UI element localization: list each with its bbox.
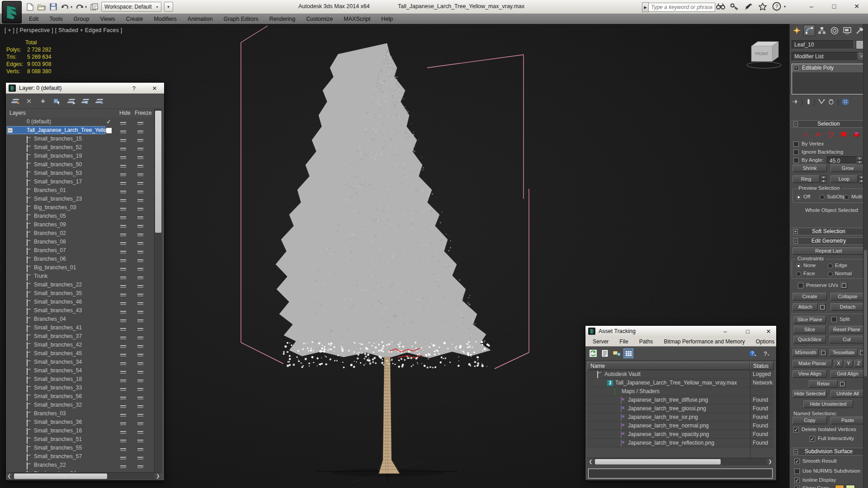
freeze-toggle[interactable] bbox=[137, 412, 143, 418]
asset-close-button[interactable]: ✕ bbox=[764, 327, 774, 335]
close-button[interactable]: ✕ bbox=[849, 1, 864, 12]
configure-modifier-sets-icon[interactable] bbox=[842, 99, 849, 106]
asset-name[interactable]: Tall_Japanese_Larch_Tree_Yellow_max_vray… bbox=[615, 380, 737, 386]
layer-row[interactable]: − Small_branches_52 bbox=[6, 143, 154, 152]
layer-name[interactable]: Tall_Japanese_Larch_Tree_Yellow bbox=[27, 127, 110, 133]
communication-center-icon[interactable] bbox=[744, 1, 754, 11]
layer-row[interactable]: − Branches_06 bbox=[6, 255, 154, 263]
make-planar-button[interactable]: Make Planar bbox=[793, 360, 832, 367]
layer-name[interactable]: Small_branches_19 bbox=[34, 153, 82, 159]
layer-dialog-titlebar[interactable]: Layer: 0 (default) ? ✕ bbox=[6, 83, 164, 94]
menu-item[interactable]: Create bbox=[121, 16, 149, 22]
select-objects-in-layer-icon[interactable] bbox=[52, 97, 61, 105]
freeze-toggle[interactable] bbox=[137, 275, 143, 281]
layer-name[interactable]: Trunk bbox=[34, 273, 47, 279]
freeze-toggle[interactable] bbox=[137, 146, 143, 152]
menu-item[interactable]: Views bbox=[94, 16, 120, 22]
hide-toggle[interactable] bbox=[120, 335, 126, 341]
split-checkbox[interactable] bbox=[831, 317, 837, 322]
layer-row[interactable]: − Small_branches_43 bbox=[6, 306, 154, 315]
slice-plane-button[interactable]: Slice Plane bbox=[793, 316, 826, 324]
hide-toggle[interactable] bbox=[120, 172, 126, 178]
hide-toggle[interactable] bbox=[120, 352, 126, 358]
delete-layer-icon[interactable]: ✕ bbox=[24, 97, 33, 105]
layer-vertical-scrollbar[interactable] bbox=[154, 109, 162, 472]
current-layer-mark[interactable] bbox=[106, 419, 113, 425]
freeze-toggle[interactable] bbox=[137, 352, 143, 358]
current-layer-mark[interactable] bbox=[106, 256, 113, 262]
freeze-toggle[interactable] bbox=[137, 464, 143, 470]
collapse-button[interactable]: Collapse bbox=[830, 293, 865, 300]
layer-name[interactable]: Small_branches_22 bbox=[34, 282, 82, 288]
asset-column-name[interactable]: Name bbox=[587, 362, 750, 370]
layer-row[interactable]: − Small_branches_55 bbox=[6, 444, 154, 452]
constraint-normal-radio[interactable] bbox=[828, 272, 833, 277]
hide-toggle[interactable] bbox=[120, 369, 126, 375]
layer-hscroll-thumb[interactable] bbox=[14, 474, 107, 479]
hide-toggle[interactable] bbox=[120, 361, 126, 367]
asset-hscroll-thumb[interactable] bbox=[595, 459, 721, 465]
hide-toggle[interactable] bbox=[120, 275, 126, 281]
attach-button[interactable]: Attach bbox=[793, 303, 818, 311]
cut-button[interactable]: Cut bbox=[830, 336, 864, 343]
rollout-selection[interactable]: − Selection bbox=[791, 120, 867, 128]
unhide-all-button[interactable]: Unhide All bbox=[830, 390, 865, 398]
asset-menu-item[interactable]: Paths bbox=[635, 338, 658, 345]
favorites-star-icon[interactable] bbox=[758, 1, 768, 11]
layer-row[interactable]: − Small_branches_23 bbox=[6, 195, 154, 203]
asset-row[interactable]: Autodesk Vault Logged bbox=[587, 370, 774, 379]
grow-button[interactable]: Grow bbox=[830, 164, 865, 172]
key-icon[interactable] bbox=[730, 1, 740, 11]
show-end-result-icon[interactable] bbox=[807, 99, 811, 106]
hide-toggle[interactable] bbox=[120, 240, 126, 247]
layer-row[interactable]: − Small_branches_56 bbox=[6, 392, 154, 401]
freeze-toggle[interactable] bbox=[137, 335, 143, 341]
layer-row[interactable]: − Branches_09 bbox=[6, 221, 154, 229]
tab-display[interactable] bbox=[841, 25, 853, 36]
asset-row[interactable]: Japanese_larch_tree_ior.png Found bbox=[587, 413, 774, 422]
create-button[interactable]: Create bbox=[793, 293, 827, 300]
tab-motion[interactable] bbox=[829, 25, 840, 36]
create-new-layer-icon[interactable]: ● bbox=[10, 97, 19, 105]
current-layer-mark[interactable] bbox=[106, 136, 113, 142]
layer-row[interactable]: − Branches_05 bbox=[6, 212, 154, 221]
current-layer-mark[interactable] bbox=[106, 410, 113, 417]
loop-button[interactable]: Loop bbox=[830, 175, 858, 183]
layer-name[interactable]: Small_branches_52 bbox=[34, 144, 82, 150]
asset-name[interactable]: Japanese_larch_tree_reflection.png bbox=[628, 440, 714, 446]
layer-row[interactable]: − Big_branches_01 bbox=[6, 263, 154, 272]
layer-name[interactable]: Branches_05 bbox=[34, 213, 66, 219]
panel-scroll-thumb[interactable] bbox=[864, 250, 867, 376]
cage-selected-color-swatch[interactable] bbox=[846, 485, 855, 488]
hide-toggle[interactable] bbox=[120, 438, 126, 444]
hide-toggle[interactable] bbox=[120, 129, 126, 135]
current-layer-mark[interactable] bbox=[106, 247, 113, 253]
layer-name[interactable]: Small_branches_16 bbox=[34, 427, 82, 434]
layer-name[interactable]: Small_branches_41 bbox=[34, 324, 82, 331]
scroll-right-icon[interactable]: ❯ bbox=[767, 458, 774, 465]
layer-name[interactable]: Small_branches_32 bbox=[34, 402, 82, 408]
current-layer-mark[interactable] bbox=[106, 393, 113, 399]
asset-menu-item[interactable]: File bbox=[615, 338, 632, 345]
layer-name[interactable]: Small_branches_18 bbox=[34, 376, 82, 382]
hide-toggle[interactable] bbox=[120, 266, 126, 272]
hide-toggle[interactable] bbox=[120, 258, 126, 264]
layer-row[interactable]: − Small_branches_34 bbox=[6, 358, 154, 366]
layer-name[interactable]: Small_branches_46 bbox=[34, 299, 82, 305]
menu-item[interactable]: Group bbox=[68, 16, 95, 22]
open-file-icon[interactable] bbox=[37, 2, 46, 11]
maximize-button[interactable]: □ bbox=[826, 1, 842, 12]
layer-row[interactable]: − Tall_Japanese_Larch_Tree_Yellow bbox=[6, 126, 154, 135]
asset-maximize-button[interactable]: □ bbox=[743, 327, 753, 335]
freeze-toggle[interactable] bbox=[137, 386, 143, 393]
freeze-toggle[interactable] bbox=[137, 258, 143, 264]
menu-item[interactable]: Animation bbox=[182, 16, 218, 22]
slice-button[interactable]: Slice bbox=[793, 326, 826, 333]
hide-toggle[interactable] bbox=[120, 326, 126, 333]
menu-item[interactable]: Modifiers bbox=[148, 16, 182, 22]
paste-button[interactable]: Paste bbox=[830, 417, 865, 424]
layer-name[interactable]: Small_branches_36 bbox=[34, 419, 82, 425]
layer-dialog-close-button[interactable]: ✕ bbox=[150, 84, 160, 92]
current-layer-mark[interactable] bbox=[106, 144, 113, 150]
layer-row[interactable]: − Branches_02 bbox=[6, 229, 154, 238]
